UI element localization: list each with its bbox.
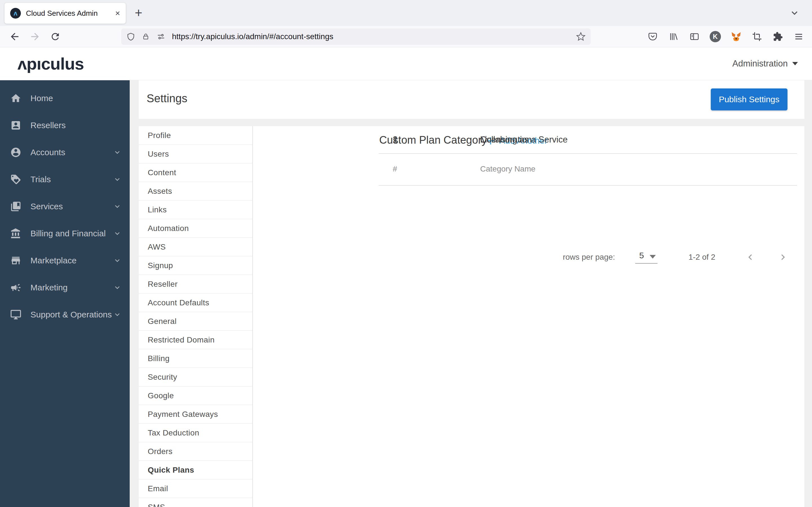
settings-nav-item-email[interactable]: Email [139,480,252,498]
sidebar-item-label: Services [31,202,113,211]
marketplace-icon [10,255,21,266]
sidebar-item-resellers[interactable]: Resellers [0,112,130,139]
rows-per-page-label: rows per page: [563,252,615,262]
permissions-icon[interactable] [156,32,166,41]
chevron-down-icon [113,202,122,211]
sidebar-item-marketplace[interactable]: Marketplace [0,247,130,274]
next-page-button[interactable] [777,251,789,263]
sidebar-item-label: Resellers [31,121,122,130]
sidebar-item-label: Trials [31,175,113,184]
settings-nav-item-orders[interactable]: Orders [139,442,252,461]
table-header-divider [378,185,797,186]
settings-nav-item-assets[interactable]: Assets [139,182,252,201]
site-favicon-icon: ʌ [10,8,21,18]
metamask-fox-icon[interactable] [730,31,742,42]
new-tab-button[interactable]: + [135,6,142,19]
settings-nav-item-quick-plans[interactable]: Quick Plans [139,461,252,480]
settings-nav: ProfileUsersContentAssetsLinksAutomation… [139,126,253,507]
settings-nav-item-signup[interactable]: Signup [139,256,252,275]
previous-page-button[interactable] [745,251,756,263]
settings-nav-item-account-defaults[interactable]: Account Defaults [139,293,252,312]
services-icon [10,201,21,212]
sidebar-item-label: Marketplace [31,256,113,265]
screenshot-crop-icon[interactable] [751,31,763,42]
settings-nav-item-sms[interactable]: SMS [139,498,252,507]
sidebar-item-label: Accounts [31,148,113,157]
connection-lock-icon[interactable] [142,33,150,41]
settings-header-band: Settings Publish Settings [139,80,804,119]
chevron-down-icon [113,256,122,265]
browser-tab-strip: ʌ Cloud Services Admin × + [0,0,812,26]
url-bar[interactable]: https://try.apiculus.io/admin/#/account-… [121,29,591,45]
publish-settings-button[interactable]: Publish Settings [711,89,788,110]
home-icon [10,93,21,104]
table-row: 2 Collaboration [378,126,797,154]
chevron-down-icon [113,175,122,184]
sidebar-item-support-operations[interactable]: Support & Operations [0,301,130,328]
tab-title: Cloud Services Admin [26,9,112,18]
tab-close-icon[interactable]: × [115,8,120,18]
row-category-name: Collaboration [480,135,532,145]
sidebar-item-home[interactable]: Home [0,85,130,112]
settings-nav-item-links[interactable]: Links [139,201,252,219]
page-range: 1-2 of 2 [689,252,715,262]
select-caret-icon [650,255,656,259]
sidebar-item-trials[interactable]: Trials [0,166,130,193]
settings-nav-item-billing[interactable]: Billing [139,349,252,368]
accounts-icon [10,147,21,158]
row-number: 2 [393,135,398,145]
trials-icon [10,174,21,185]
settings-content: Custom Plan Category Add Another # Categ… [253,126,804,507]
sidebar-item-label: Billing and Financial [31,229,113,238]
settings-nav-item-reseller[interactable]: Reseller [139,275,252,293]
pagination: rows per page: 5 1-2 of 2 [563,248,789,267]
browser-tab[interactable]: ʌ Cloud Services Admin × [4,3,126,24]
settings-nav-item-restricted-domain[interactable]: Restricted Domain [139,331,252,349]
pocket-icon[interactable] [647,31,658,42]
apiculus-logo: ʌpıculus [17,54,84,73]
url-text[interactable]: https://try.apiculus.io/admin/#/account-… [172,32,576,41]
sidebar-item-label: Home [31,94,122,103]
sidebar-item-label: Support & Operations [31,310,113,320]
extensions-puzzle-icon[interactable] [772,31,783,42]
sidebar-item-accounts[interactable]: Accounts [0,139,130,166]
sidebar-item-billing-and-financial[interactable]: Billing and Financial [0,220,130,247]
forward-button[interactable] [27,28,43,45]
sidebar-item-label: Marketing [31,283,113,292]
settings-nav-item-content[interactable]: Content [139,163,252,182]
settings-nav-item-automation[interactable]: Automation [139,219,252,238]
k-extension-icon[interactable]: K [710,31,721,42]
bookmark-star-icon[interactable] [576,32,586,41]
settings-nav-item-users[interactable]: Users [139,145,252,163]
settings-nav-item-tax-deduction[interactable]: Tax Deduction [139,424,252,442]
column-header-number: # [393,165,397,173]
sidebar-item-marketing[interactable]: Marketing [0,274,130,301]
app-header: ʌpıculus Administration [0,47,812,80]
marketing-icon [10,282,21,293]
menu-hamburger-icon[interactable] [793,31,804,42]
sidebar-item-services[interactable]: Services [0,193,130,220]
support-icon [10,309,21,320]
sidebars-icon[interactable] [689,31,700,42]
settings-nav-item-security[interactable]: Security [139,368,252,386]
settings-nav-item-payment-gateways[interactable]: Payment Gateways [139,405,252,424]
tracking-protection-shield-icon[interactable] [126,32,135,41]
list-all-tabs-icon[interactable] [790,8,800,18]
reload-button[interactable] [47,28,64,45]
library-icon[interactable] [668,31,679,42]
administration-menu-label: Administration [732,59,788,69]
settings-nav-item-aws[interactable]: AWS [139,238,252,256]
caret-down-icon [792,62,798,65]
back-button[interactable] [6,28,23,45]
chevron-down-icon [113,148,122,157]
resellers-icon [10,120,21,131]
main-sidebar: Home Resellers Accounts Trials Services … [0,80,130,507]
page-title: Settings [147,92,188,105]
settings-nav-item-general[interactable]: General [139,312,252,331]
chevron-down-icon [113,310,122,319]
settings-nav-item-profile[interactable]: Profile [139,126,252,145]
settings-nav-item-google[interactable]: Google [139,386,252,405]
browser-toolbar: https://try.apiculus.io/admin/#/account-… [0,26,812,47]
administration-menu[interactable]: Administration [732,59,798,69]
rows-per-page-select[interactable]: 5 [635,251,658,264]
